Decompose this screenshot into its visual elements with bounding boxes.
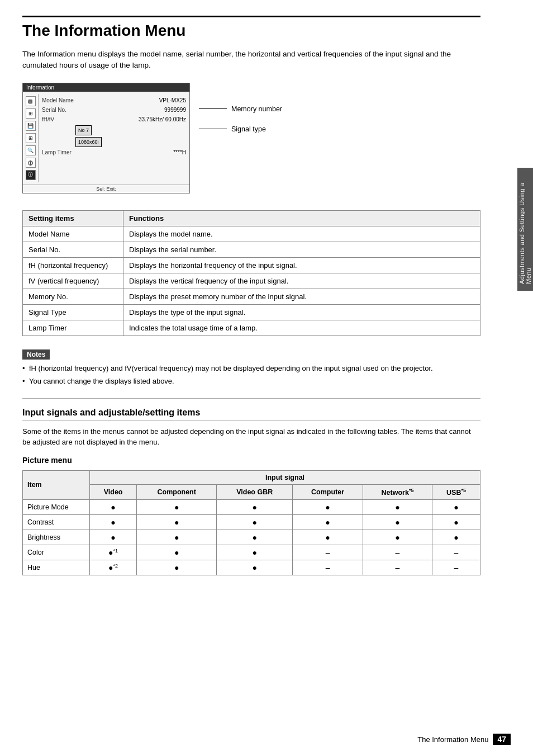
signal-table-row: Brightness●●●●●● <box>23 530 480 545</box>
fhfv-value: 33.75kHz/ 60.00Hz <box>139 115 186 124</box>
menu-icon-7: ⓘ <box>26 170 36 180</box>
intro-text: The Information menu displays the model … <box>22 49 480 72</box>
signal-value: ● <box>217 560 293 575</box>
signal-value: ● <box>137 514 217 530</box>
table-cell-function: Displays the preset memory number of the… <box>123 289 480 304</box>
signal-value: ● <box>363 499 432 514</box>
table-cell-function: Displays the vertical frequency of the i… <box>123 273 480 289</box>
col1-header: Setting items <box>23 210 123 226</box>
page-title: The Information Menu <box>22 16 480 40</box>
notes-item: You cannot change the displays listed ab… <box>22 376 480 387</box>
footer-label: The Information Menu <box>417 735 488 744</box>
signal-table-row: Color●*1●●––– <box>23 545 480 560</box>
menu-icon-1: ▩ <box>26 96 36 106</box>
signal-table-row: Picture Mode●●●●●● <box>23 499 480 514</box>
signal-value: ● <box>217 499 293 514</box>
menu-icon-6: ⨁ <box>26 158 36 168</box>
signal-type-label: Signal type <box>231 125 266 133</box>
table-cell-item: Memory No. <box>23 289 123 304</box>
notes-list: fH (horizontal frequency) and fV(vertica… <box>22 363 480 387</box>
signal-value: – <box>293 545 363 560</box>
table-cell-function: Displays the horizontal frequency of the… <box>123 257 480 273</box>
signal-value: – <box>363 560 432 575</box>
memory-arrow <box>199 108 227 109</box>
signal-item: Hue <box>23 560 90 575</box>
memory-number-label-item: Memory number <box>199 105 282 113</box>
fhfv-row: fH/fV 33.75kHz/ 60.00Hz <box>42 115 186 124</box>
signal-value: – <box>363 545 432 560</box>
fhfv-label: fH/fV <box>42 115 81 124</box>
signal-value: ● <box>137 545 217 560</box>
lamp-row: Lamp Timer ****H <box>42 148 186 157</box>
signal-value: ● <box>432 499 480 514</box>
signal-value: ●*1 <box>90 545 137 560</box>
table-row: fV (vertical frequency)Displays the vert… <box>23 273 480 289</box>
model-name-row: Model Name VPL-MX25 <box>42 96 186 105</box>
page-number: 47 <box>493 734 511 745</box>
divider <box>22 398 480 399</box>
signal-value: ● <box>363 530 432 545</box>
signal-value: ● <box>137 530 217 545</box>
signal-value: ● <box>217 514 293 530</box>
page-footer: The Information Menu 47 <box>417 734 511 745</box>
signal-item: Picture Mode <box>23 499 90 514</box>
notes-label: Notes <box>22 349 50 360</box>
signal-item: Contrast <box>23 514 90 530</box>
table-row: fH (horizontal frequency)Displays the ho… <box>23 257 480 273</box>
memory-box: No 7 <box>75 125 92 135</box>
menu-icon-5: 🔍 <box>26 145 36 155</box>
model-name-label: Model Name <box>42 96 81 105</box>
notes-section: Notes fH (horizontal frequency) and fV(v… <box>22 349 480 387</box>
signal-value: ● <box>137 560 217 575</box>
table-row: Lamp TimerIndicates the total usage time… <box>23 320 480 336</box>
table-cell-function: Indicates the total usage time of a lamp… <box>123 320 480 336</box>
table-cell-item: Lamp Timer <box>23 320 123 336</box>
signal-value: ● <box>90 530 137 545</box>
signal-type-label-item: Signal type <box>199 125 282 133</box>
signal-value: ●*2 <box>90 560 137 575</box>
lamp-value: ****H <box>173 148 186 157</box>
signal-value: ● <box>217 545 293 560</box>
table-row: Signal TypeDisplays the type of the inpu… <box>23 304 480 320</box>
signal-col-header: Network*5 <box>363 484 432 499</box>
serial-no-row: Serial No. 9999999 <box>42 106 186 115</box>
signal-value: ● <box>137 499 217 514</box>
signal-col-header: USB*5 <box>432 484 480 499</box>
signal-box: 1080x60i <box>75 137 102 147</box>
signal-value: – <box>293 560 363 575</box>
signal-table-row: Hue●*2●●––– <box>23 560 480 575</box>
signal-value: ● <box>90 499 137 514</box>
signal-table-row: Contrast●●●●●● <box>23 514 480 530</box>
signal-table: Item Input signal VideoComponentVideo GB… <box>22 470 480 575</box>
menu-box-header: Information <box>23 83 189 92</box>
input-signals-intro: Some of the items in the menus cannot be… <box>22 426 480 448</box>
menu-content-col: Model Name VPL-MX25 Serial No. 9999999 f… <box>39 94 189 182</box>
picture-menu-subheading: Picture menu <box>22 456 480 465</box>
signal-col-header: Computer <box>293 484 363 499</box>
table-cell-function: Displays the serial number. <box>123 242 480 257</box>
signal-value: ● <box>293 514 363 530</box>
signal-item-col: Item <box>23 470 90 499</box>
info-table: Setting items Functions Model NameDispla… <box>22 210 480 336</box>
signal-col-header: Component <box>137 484 217 499</box>
serial-no-label: Serial No. <box>42 106 81 115</box>
signal-item: Brightness <box>23 530 90 545</box>
signal-col-header: Video <box>90 484 137 499</box>
table-cell-item: fV (vertical frequency) <box>23 273 123 289</box>
col2-header: Functions <box>123 210 480 226</box>
lamp-label: Lamp Timer <box>42 148 81 157</box>
signal-value: ● <box>432 530 480 545</box>
sidebar-tab: Adjustments and Settings Using a Menu <box>517 168 533 291</box>
signal-value: ● <box>293 530 363 545</box>
signal-arrow <box>199 129 227 129</box>
menu-footer: Sel: Exit: <box>23 185 189 193</box>
signal-value: ● <box>363 514 432 530</box>
model-name-value: VPL-MX25 <box>159 96 186 105</box>
signal-value: ● <box>217 530 293 545</box>
table-row: Memory No.Displays the preset memory num… <box>23 289 480 304</box>
menu-box-body: ▩ ⊞ 💾 ⊞ 🔍 ⨁ ⓘ Model Name VPL-MX25 Serial… <box>23 92 189 185</box>
signal-value: ● <box>432 514 480 530</box>
info-menu-diagram: Information ▩ ⊞ 💾 ⊞ 🔍 ⨁ ⓘ Model Name VPL… <box>22 83 480 193</box>
table-cell-function: Displays the type of the input signal. <box>123 304 480 320</box>
menu-icon-2: ⊞ <box>26 108 36 119</box>
